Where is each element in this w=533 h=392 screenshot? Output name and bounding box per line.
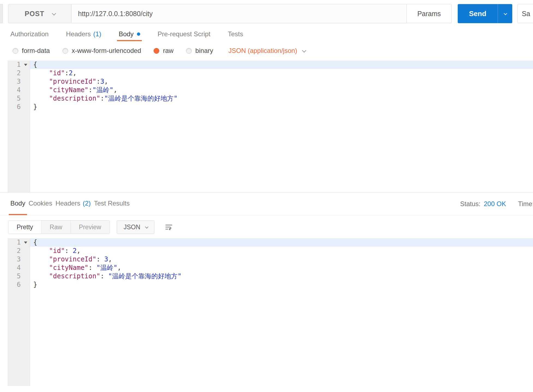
response-code-lines: 1{2 "id": 2,3 "provinceId": 3,4 "cityNam… (0, 238, 533, 289)
fold-caret-icon[interactable] (24, 242, 27, 244)
body-type-form-data[interactable]: form-data (13, 47, 50, 55)
line-number: 1 (0, 61, 30, 69)
code-token (33, 95, 49, 102)
code-token: , (108, 255, 112, 263)
response-toolbar: Pretty Raw Preview JSON (8, 220, 176, 234)
code-token: "provinceId" (49, 255, 96, 263)
params-button[interactable]: Params (407, 4, 452, 23)
save-button[interactable]: Sa (517, 4, 533, 23)
radio-label: x-www-form-urlencoded (72, 47, 141, 55)
tab-authorization[interactable]: Authorization (9, 28, 50, 41)
line-number: 2 (0, 69, 30, 77)
code-line[interactable]: 1{ (0, 61, 533, 69)
code-token (33, 247, 49, 255)
code-text: "description": "温岭是个靠海的好地方" (30, 272, 533, 281)
line-number: 3 (0, 255, 30, 264)
status-badge[interactable]: 200 OK (484, 200, 506, 208)
pretty-button[interactable]: Pretty (8, 221, 41, 234)
method-label: POST (25, 10, 44, 18)
line-number: 5 (0, 94, 30, 103)
tab-label: Body (119, 30, 134, 38)
radio-label: form-data (22, 47, 50, 55)
body-type-binary[interactable]: binary (186, 47, 213, 55)
line-number: 3 (0, 77, 30, 86)
fold-caret-icon[interactable] (24, 64, 27, 66)
code-token (33, 69, 49, 77)
code-line[interactable]: 5 "description": "温岭是个靠海的好地方" (0, 272, 533, 281)
tab-response-headers[interactable]: Headers (2) (54, 192, 92, 215)
code-text: "id": 2, (30, 247, 533, 255)
response-format-select[interactable]: JSON (117, 220, 154, 234)
code-token: 3 (104, 255, 108, 263)
code-line[interactable]: 1{ (0, 238, 533, 247)
tab-body[interactable]: Body (117, 28, 142, 41)
code-token: "cityName" (49, 264, 89, 272)
tab-headers[interactable]: Headers (1) (64, 28, 103, 41)
radio-icon (13, 48, 18, 54)
headers-count: (2) (83, 200, 91, 207)
radio-label: raw (163, 47, 173, 55)
format-label: JSON (124, 224, 140, 231)
code-token: , (104, 78, 108, 85)
line-number: 4 (0, 264, 30, 272)
code-token: 2 (69, 69, 73, 77)
code-token (33, 86, 49, 94)
code-token: "description" (49, 272, 100, 280)
radio-label: binary (195, 47, 213, 55)
postman-window: POST Params Send Sa Authorization Header… (0, 0, 533, 392)
code-token: "description" (49, 95, 100, 102)
tab-tests[interactable]: Tests (226, 28, 245, 41)
code-line[interactable]: 5 "description":"温岭是个靠海的好地方" (0, 94, 533, 103)
request-tabs: Authorization Headers (1) Body Pre-reque… (9, 28, 533, 41)
body-type-urlencoded[interactable]: x-www-form-urlencoded (62, 47, 141, 55)
code-line[interactable]: 3 "provinceId":3, (0, 77, 533, 86)
code-text: } (30, 281, 533, 289)
code-token (33, 255, 49, 263)
chevron-down-icon (504, 11, 507, 15)
headers-count: (1) (93, 30, 101, 38)
url-input[interactable] (71, 4, 407, 23)
send-options-button[interactable] (498, 4, 512, 23)
tab-pre-request-script[interactable]: Pre-request Script (156, 28, 212, 41)
preview-button[interactable]: Preview (71, 221, 109, 234)
code-token: "provinceId" (49, 78, 96, 85)
radio-icon (186, 48, 192, 54)
request-body-editor[interactable]: 1{2 "id":2,3 "provinceId":3,4 "cityName"… (0, 61, 533, 192)
code-text: "cityName":"温岭", (30, 86, 533, 94)
code-line[interactable]: 4 "cityName": "温岭", (0, 264, 533, 272)
code-line[interactable]: 2 "id":2, (0, 69, 533, 77)
body-content-dot (137, 32, 140, 36)
radio-icon (62, 48, 68, 54)
tab-test-results[interactable]: Test Results (92, 192, 131, 215)
body-type-raw[interactable]: raw (154, 47, 173, 55)
method-select[interactable]: POST (8, 4, 71, 23)
code-token: : (100, 95, 104, 102)
raw-button[interactable]: Raw (41, 221, 71, 234)
chevron-down-icon (52, 11, 56, 16)
line-number: 1 (0, 238, 30, 247)
time-label: Time: (518, 200, 533, 208)
code-token: , (77, 247, 80, 255)
tab-label: Test Results (94, 200, 130, 207)
view-mode-group: Pretty Raw Preview (8, 220, 110, 234)
tab-response-body[interactable]: Body (9, 192, 27, 215)
wrap-text-icon (165, 223, 173, 231)
code-line[interactable]: 3 "provinceId": 3, (0, 255, 533, 264)
content-type-select[interactable]: JSON (application/json) (228, 47, 305, 55)
send-button[interactable]: Send (458, 4, 498, 23)
code-token: : (88, 264, 96, 272)
code-token: } (33, 103, 37, 111)
code-token: , (113, 86, 117, 94)
wrap-text-button[interactable] (161, 220, 176, 234)
tab-cookies[interactable]: Cookies (27, 192, 54, 215)
code-line[interactable]: 6} (0, 281, 533, 289)
code-line[interactable]: 2 "id": 2, (0, 247, 533, 255)
line-number: 4 (0, 86, 30, 94)
tab-label: Cookies (29, 200, 52, 207)
code-line[interactable]: 4 "cityName":"温岭", (0, 86, 533, 94)
code-line[interactable]: 6} (0, 103, 533, 111)
response-body-editor[interactable]: 1{2 "id": 2,3 "provinceId": 3,4 "cityNam… (0, 238, 533, 392)
tab-label: Pre-request Script (158, 30, 210, 38)
code-token: { (33, 61, 37, 68)
tab-label: Headers (66, 30, 91, 38)
